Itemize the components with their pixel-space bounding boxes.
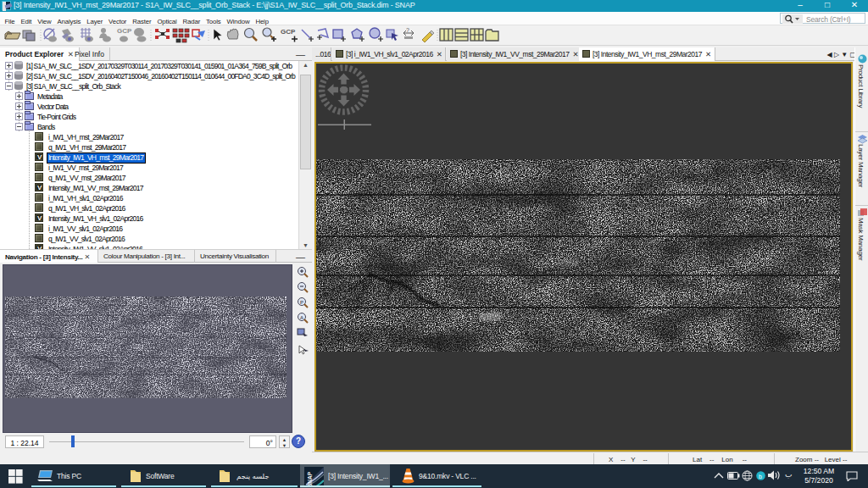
svg-text:GCP: GCP bbox=[281, 28, 296, 36]
svg-text:GCP: GCP bbox=[117, 27, 132, 35]
svg-text:A: A bbox=[300, 315, 303, 320]
svg-text:?: ? bbox=[406, 27, 409, 33]
svg-text:P: P bbox=[300, 300, 303, 305]
svg-text:SNAP: SNAP bbox=[307, 471, 313, 486]
svg-text:b: b bbox=[759, 474, 762, 480]
